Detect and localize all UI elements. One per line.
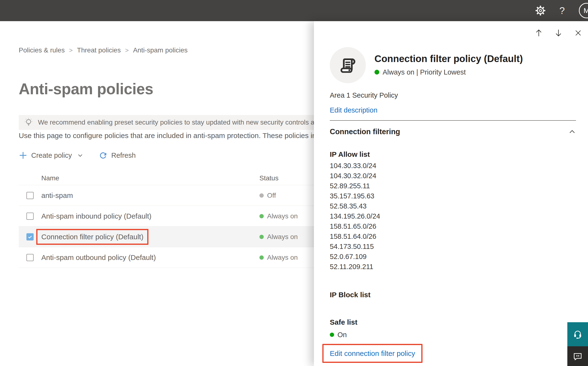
create-policy-button[interactable]: Create policy	[19, 151, 83, 160]
help-icon[interactable]: ?	[557, 5, 567, 16]
ip-allow-list: 104.30.33.0/24104.30.32.0/2452.89.255.11…	[330, 161, 576, 272]
status-cell: Always on	[259, 233, 322, 241]
feedback-chat-button[interactable]	[567, 346, 588, 366]
banner-text: We recommend enabling preset security po…	[38, 119, 322, 126]
checkbox-cell	[19, 192, 34, 199]
name-cell: Anti-spam outbound policy (Default)	[34, 253, 259, 262]
table-row[interactable]: Anti-spam outbound policy (Default) Alwa…	[19, 247, 322, 268]
ip-allow-entry: 104.30.33.0/24	[330, 161, 576, 171]
divider	[330, 120, 576, 121]
ip-allow-entry: 52.89.255.11	[330, 181, 576, 191]
page: { "topbar": { "avatar_initial": "M", "he…	[0, 0, 588, 366]
safe-list-status: On	[330, 330, 576, 339]
ip-allow-entry: 134.195.26.0/24	[330, 211, 576, 221]
name-cell: Connection filter policy (Default)	[34, 229, 259, 245]
checkbox-cell	[19, 213, 34, 220]
plus-icon	[19, 151, 27, 160]
breadcrumb-separator: >	[65, 47, 77, 54]
policy-table: Name Status anti-spam Off Anti-spam inbo…	[19, 171, 322, 268]
flyout-body: Area 1 Security Policy Edit description …	[330, 21, 576, 363]
column-header-status[interactable]: Status	[259, 174, 322, 182]
row-checkbox[interactable]	[26, 213, 34, 220]
checkbox-cell	[19, 233, 34, 240]
recommendation-banner: We recommend enabling preset security po…	[19, 115, 322, 130]
policy-table-body: anti-spam Off Anti-spam inbound policy (…	[19, 185, 322, 268]
status-dot	[259, 255, 264, 260]
ip-allow-entry: 158.51.64.0/26	[330, 231, 576, 241]
edit-connection-filter-policy-link[interactable]: Edit connection filter policy	[330, 349, 415, 358]
ip-allow-entry: 104.30.32.0/24	[330, 171, 576, 181]
page-description: Use this page to configure policies that…	[19, 131, 322, 140]
status-label: Always on	[267, 254, 298, 261]
row-checkbox[interactable]	[26, 233, 34, 240]
refresh-label: Refresh	[111, 152, 136, 160]
lightbulb-icon	[23, 117, 34, 128]
breadcrumb-item[interactable]: Threat policies	[77, 46, 121, 54]
breadcrumb-separator: >	[121, 47, 133, 54]
checkbox-cell	[19, 254, 34, 261]
chevron-up-icon[interactable]	[568, 128, 576, 136]
ip-allow-entry: 52.0.67.109	[330, 252, 576, 262]
ip-allow-entry: 54.173.50.115	[330, 241, 576, 252]
chevron-down-icon	[77, 152, 83, 159]
edit-description-link[interactable]: Edit description	[330, 106, 576, 114]
refresh-button[interactable]: Refresh	[83, 151, 136, 160]
status-cell: Always on	[259, 212, 322, 220]
status-dot	[259, 235, 264, 239]
policy-name[interactable]: Connection filter policy (Default)	[36, 229, 148, 245]
breadcrumb-item[interactable]: Policies & rules	[19, 46, 65, 54]
section-title: Connection filtering	[330, 128, 400, 136]
policy-details-flyout: Connection filter policy (Default) Alway…	[314, 21, 588, 366]
name-cell: anti-spam	[34, 191, 259, 200]
table-header: Name Status	[19, 171, 322, 185]
policy-name[interactable]: Anti-spam inbound policy (Default)	[41, 212, 152, 220]
status-label: Always on	[267, 233, 298, 241]
refresh-icon	[99, 151, 107, 160]
ip-allow-entry: 52.11.209.211	[330, 262, 576, 272]
status-label: Always on	[267, 212, 298, 220]
account-avatar[interactable]: M	[579, 3, 588, 18]
row-checkbox[interactable]	[26, 254, 34, 261]
table-row[interactable]: anti-spam Off	[19, 185, 322, 206]
safe-list-title: Safe list	[330, 318, 576, 327]
status-cell: Off	[259, 192, 322, 199]
safe-list-status-label: On	[338, 330, 347, 339]
safe-list-status-dot	[330, 333, 334, 337]
table-row[interactable]: Anti-spam inbound policy (Default) Alway…	[19, 206, 322, 227]
policy-description: Area 1 Security Policy	[330, 91, 576, 99]
top-bar: ? M	[0, 0, 588, 21]
column-header-name[interactable]: Name	[34, 174, 259, 182]
edit-connection-filter-highlight-box: Edit connection filter policy	[322, 344, 423, 363]
ip-allow-entry: 158.51.65.0/26	[330, 221, 576, 231]
name-cell: Anti-spam inbound policy (Default)	[34, 212, 259, 220]
settings-gear-icon[interactable]	[535, 5, 546, 16]
status-dot	[259, 193, 264, 198]
status-label: Off	[267, 192, 276, 199]
chat-bubble-icon	[572, 351, 583, 361]
status-cell: Always on	[259, 254, 322, 261]
create-policy-label: Create policy	[31, 152, 72, 160]
ip-allow-entry: 52.58.35.43	[330, 201, 576, 211]
policy-name[interactable]: Anti-spam outbound policy (Default)	[41, 253, 156, 262]
headset-icon	[572, 329, 583, 340]
connection-filtering-section-header: Connection filtering	[330, 127, 576, 137]
ip-allow-list-title: IP Allow list	[330, 150, 576, 159]
status-dot	[259, 214, 264, 218]
table-row[interactable]: Connection filter policy (Default) Alway…	[19, 227, 322, 247]
ip-block-list-title: IP Block list	[330, 290, 576, 299]
breadcrumb-item[interactable]: Anti-spam policies	[133, 46, 188, 54]
row-checkbox[interactable]	[26, 192, 34, 199]
support-button[interactable]	[567, 322, 588, 346]
ip-allow-entry: 35.157.195.63	[330, 191, 576, 201]
policy-name[interactable]: anti-spam	[41, 191, 73, 200]
